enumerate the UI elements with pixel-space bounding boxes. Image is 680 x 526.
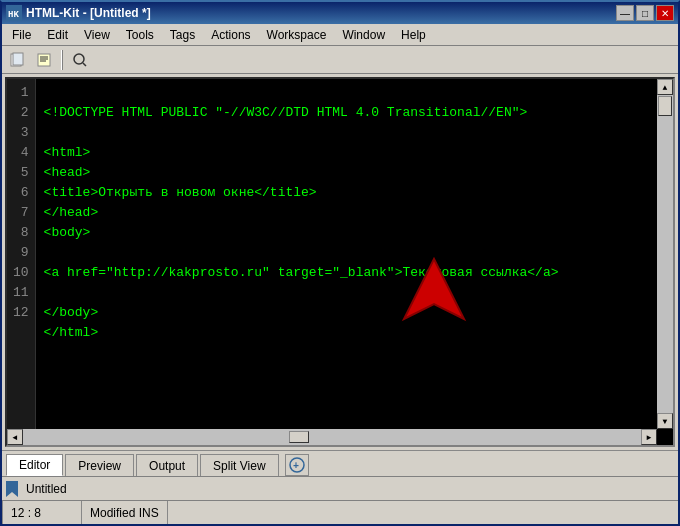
window-frame: HK HTML-Kit - [Untitled *] — □ ✕ File Ed… xyxy=(0,0,680,526)
toolbar-btn-2[interactable] xyxy=(32,49,56,71)
title-bar-left: HK HTML-Kit - [Untitled *] xyxy=(6,5,151,21)
status-bar: 12 : 8 Modified INS xyxy=(2,500,678,524)
menu-window[interactable]: Window xyxy=(334,24,393,45)
line-num-7: 7 xyxy=(13,203,29,223)
line-num-8: 8 xyxy=(13,223,29,243)
v-scrollbar[interactable]: ▲ ▼ xyxy=(657,79,673,429)
tab-bar: Editor Preview Output Split View + xyxy=(2,450,678,476)
title-controls: — □ ✕ xyxy=(616,5,674,21)
menu-workspace[interactable]: Workspace xyxy=(259,24,335,45)
v-scroll-track xyxy=(657,95,673,413)
code-line-1: <!DOCTYPE HTML PUBLIC "-//W3C//DTD HTML … xyxy=(44,105,528,120)
minimize-button[interactable]: — xyxy=(616,5,634,21)
line-num-9: 9 xyxy=(13,243,29,263)
code-editor[interactable]: <!DOCTYPE HTML PUBLIC "-//W3C//DTD HTML … xyxy=(36,79,673,445)
tab-editor[interactable]: Editor xyxy=(6,454,63,476)
code-line-11: </body> xyxy=(44,305,99,320)
svg-rect-4 xyxy=(38,54,50,66)
h-scroll-thumb[interactable] xyxy=(289,431,309,443)
content-area: 1 2 3 4 5 6 7 8 9 10 11 12 <!DOCTYPE HTM… xyxy=(2,74,678,524)
svg-point-8 xyxy=(74,54,84,64)
svg-rect-3 xyxy=(13,53,23,65)
h-scroll-track xyxy=(23,429,641,445)
menu-actions[interactable]: Actions xyxy=(203,24,258,45)
code-line-3: <html> xyxy=(44,145,91,160)
restore-button[interactable]: □ xyxy=(636,5,654,21)
tab-split-view[interactable]: Split View xyxy=(200,454,278,476)
status-mode: Modified INS xyxy=(82,501,168,524)
editor-wrapper: 1 2 3 4 5 6 7 8 9 10 11 12 <!DOCTYPE HTM… xyxy=(5,77,675,447)
scroll-right-btn[interactable]: ► xyxy=(641,429,657,445)
line-num-10: 10 xyxy=(13,263,29,283)
toolbar xyxy=(2,46,678,74)
status-position: 12 : 8 xyxy=(2,501,82,524)
tab-output[interactable]: Output xyxy=(136,454,198,476)
code-line-8 xyxy=(44,245,52,260)
app-icon: HK xyxy=(6,5,22,21)
svg-line-9 xyxy=(83,63,86,66)
line-numbers: 1 2 3 4 5 6 7 8 9 10 11 12 xyxy=(7,79,36,445)
editor-content: 1 2 3 4 5 6 7 8 9 10 11 12 <!DOCTYPE HTM… xyxy=(7,79,673,445)
svg-marker-10 xyxy=(404,259,464,319)
menu-tools[interactable]: Tools xyxy=(118,24,162,45)
scroll-left-btn[interactable]: ◄ xyxy=(7,429,23,445)
code-line-6: </head> xyxy=(44,205,99,220)
code-line-5: <title>Открыть в новом окне</title> xyxy=(44,185,317,200)
toolbar-btn-1[interactable] xyxy=(6,49,30,71)
window-title: HTML-Kit - [Untitled *] xyxy=(26,6,151,20)
line-num-1: 1 xyxy=(13,83,29,103)
menu-tags[interactable]: Tags xyxy=(162,24,203,45)
v-scroll-thumb[interactable] xyxy=(658,96,672,116)
menu-help[interactable]: Help xyxy=(393,24,434,45)
file-name: Untitled xyxy=(22,482,71,496)
line-num-11: 11 xyxy=(13,283,29,303)
title-bar: HK HTML-Kit - [Untitled *] — □ ✕ xyxy=(2,2,678,24)
menu-file[interactable]: File xyxy=(4,24,39,45)
scroll-up-btn[interactable]: ▲ xyxy=(657,79,673,95)
svg-text:+: + xyxy=(293,461,299,472)
code-line-9: <a href="http://kakprosto.ru" target="_b… xyxy=(44,265,559,280)
line-num-5: 5 xyxy=(13,163,29,183)
svg-marker-13 xyxy=(6,481,18,497)
toolbar-btn-3[interactable] xyxy=(68,49,92,71)
line-num-2: 2 xyxy=(13,103,29,123)
code-line-12: </html> xyxy=(44,325,99,340)
scroll-down-btn[interactable]: ▼ xyxy=(657,413,673,429)
h-scrollbar[interactable]: ◄ ► xyxy=(7,429,657,445)
close-button[interactable]: ✕ xyxy=(656,5,674,21)
code-line-4: <head> xyxy=(44,165,91,180)
line-num-3: 3 xyxy=(13,123,29,143)
tab-extra-btn[interactable]: + xyxy=(285,454,309,476)
svg-text:HK: HK xyxy=(8,10,19,20)
file-bookmark-icon xyxy=(4,481,20,497)
red-arrow-cursor xyxy=(306,234,470,351)
menu-view[interactable]: View xyxy=(76,24,118,45)
tab-preview[interactable]: Preview xyxy=(65,454,134,476)
file-tab-bar: Untitled xyxy=(2,476,678,500)
line-num-6: 6 xyxy=(13,183,29,203)
menu-bar: File Edit View Tools Tags Actions Worksp… xyxy=(2,24,678,46)
line-num-12: 12 xyxy=(13,303,29,323)
code-line-10 xyxy=(44,285,52,300)
code-line-7: <body> xyxy=(44,225,91,240)
line-num-4: 4 xyxy=(13,143,29,163)
menu-edit[interactable]: Edit xyxy=(39,24,76,45)
separator-1 xyxy=(61,50,63,70)
code-line-2 xyxy=(44,125,52,140)
